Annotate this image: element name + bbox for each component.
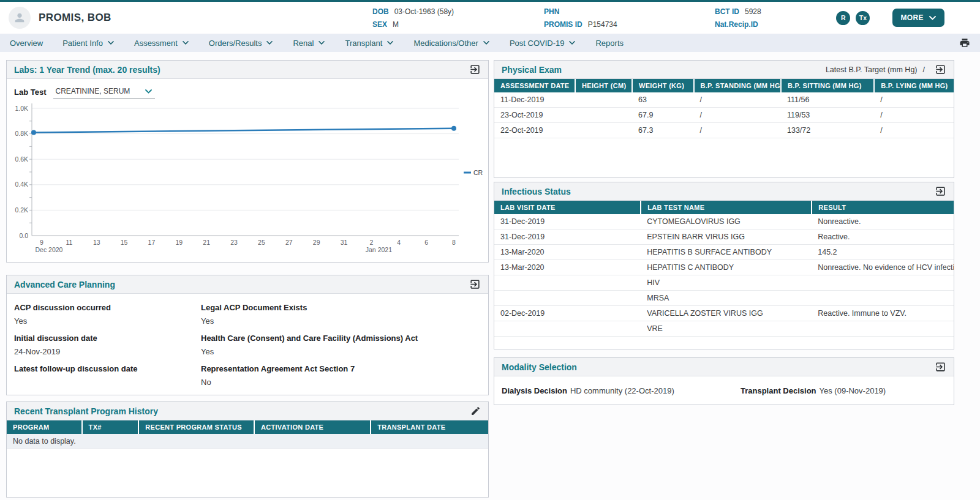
- column-header: B.P. SITTING (MM HG): [781, 79, 874, 92]
- table-cell: Reactive.: [812, 229, 954, 245]
- chevron-down-icon: [182, 40, 189, 45]
- svg-text:6: 6: [424, 239, 428, 246]
- chevron-down-icon: [929, 15, 937, 21]
- exit-to-app-icon[interactable]: [935, 64, 946, 75]
- transplant-badge[interactable]: Tx: [856, 11, 870, 25]
- table-cell: EPSTEIN BARR VIRUS IGG: [641, 229, 812, 245]
- table-cell: 11-Dec-2019: [494, 92, 575, 108]
- column-header: WEIGHT (KG): [632, 79, 694, 92]
- exit-to-app-icon[interactable]: [469, 278, 481, 290]
- table-cell: 13-Mar-2020: [494, 245, 641, 260]
- svg-text:31: 31: [341, 239, 348, 246]
- lab-test-selected-value: CREATININE, SERUM: [56, 87, 130, 95]
- chevron-down-icon: [386, 40, 394, 45]
- nav-item-reports[interactable]: Reports: [595, 39, 624, 48]
- table-cell: HEPATITIS B SURFACE ANTIBODY: [641, 245, 812, 260]
- column-header: PROGRAM: [7, 420, 82, 434]
- promis-id-label: PROMIS ID: [544, 20, 582, 29]
- lab-test-select[interactable]: CREATININE, SERUM: [53, 86, 155, 99]
- table-cell: VARICELLA ZOSTER VIRUS IGG: [641, 306, 812, 321]
- svg-text:25: 25: [258, 239, 265, 246]
- nat-recip-id-label: Nat.Recip.ID: [715, 20, 758, 29]
- nav-item-transplant[interactable]: Transplant: [345, 39, 394, 48]
- nav-item-overview[interactable]: Overview: [10, 39, 43, 48]
- recipient-badge[interactable]: R: [836, 11, 850, 25]
- chevron-down-icon: [318, 40, 325, 45]
- table-cell: [575, 108, 632, 123]
- acp-field: Health Care (Consent) and Care Facility …: [201, 334, 481, 356]
- table-cell: [575, 123, 632, 138]
- table-cell: 133/72: [781, 123, 874, 138]
- table-cell: HIV: [641, 275, 812, 291]
- sex-value: M: [393, 20, 399, 29]
- table-cell: Nonreactive. No evidence of HCV infectio…: [812, 260, 954, 275]
- demographics-col-3: BCT ID5928 Nat.Recip.ID: [715, 7, 764, 29]
- svg-text:9: 9: [40, 239, 43, 246]
- main-navigation: Overview Patient Info Assessment Orders/…: [0, 34, 980, 52]
- advanced-care-planning-panel: Advanced Care Planning ACP discussion oc…: [6, 275, 489, 395]
- physical-exam-title: Physical Exam: [502, 65, 562, 75]
- svg-text:15: 15: [121, 239, 128, 246]
- patient-header: PROMIS, BOB DOB03-Oct-1963 (58y) SEXM PH…: [0, 2, 980, 34]
- exit-to-app-icon[interactable]: [469, 64, 481, 75]
- nav-item-medications-other[interactable]: Medications/Other: [413, 39, 490, 48]
- svg-text:8: 8: [452, 239, 456, 246]
- table-row: No data to display.: [7, 434, 488, 449]
- print-icon[interactable]: [959, 37, 970, 50]
- acp-field: Legal ACP Document ExistsYes: [201, 303, 481, 326]
- table-cell: 31-Dec-2019: [494, 229, 641, 245]
- table-cell: 02-Dec-2019: [494, 306, 641, 321]
- table-cell: 31-Dec-2019: [494, 214, 641, 229]
- table-cell: /: [874, 92, 954, 108]
- acp-field: ACP discussion occurredYes: [14, 303, 201, 326]
- svg-text:29: 29: [313, 239, 320, 246]
- infectious-status-title: Infectious Status: [502, 187, 571, 196]
- edit-icon[interactable]: [470, 406, 481, 416]
- table-cell: Nonreactive.: [812, 214, 954, 229]
- bct-id-value: 5928: [745, 7, 761, 16]
- nav-item-assessment[interactable]: Assessment: [134, 39, 189, 48]
- more-button[interactable]: MORE: [892, 9, 944, 27]
- acp-panel-title: Advanced Care Planning: [14, 280, 115, 289]
- table-row: 31-Dec-2019CYTOMEGALOVIRUS IGGNonreactiv…: [494, 214, 954, 229]
- svg-text:Dec 2020: Dec 2020: [36, 246, 63, 253]
- column-header: TRANSPLANT DATE: [371, 420, 488, 434]
- acp-field: Latest follow-up discussion date: [14, 364, 201, 387]
- column-header: ASSESSMENT DATE: [494, 79, 575, 92]
- demographics-col-2: PHN PROMIS IDP154734: [544, 7, 617, 29]
- table-cell: [494, 291, 641, 306]
- svg-text:27: 27: [285, 239, 293, 246]
- nav-item-renal[interactable]: Renal: [293, 39, 325, 48]
- chevron-down-icon: [266, 40, 273, 45]
- phn-label: PHN: [544, 7, 559, 16]
- table-cell: [812, 275, 954, 291]
- table-cell: MRSA: [641, 291, 812, 306]
- svg-text:0.0: 0.0: [19, 232, 28, 239]
- column-header: B.P. STANDING (MM HG): [694, 79, 782, 92]
- table-cell: 22-Oct-2019: [494, 123, 575, 138]
- physical-exam-panel: Physical Exam Latest B.P. Target (mm Hg)…: [494, 60, 954, 178]
- table-cell: HEPATITIS C ANTIBODY: [641, 260, 812, 275]
- nav-item-patient-info[interactable]: Patient Info: [62, 39, 115, 48]
- modality-selection-title: Modality Selection: [502, 362, 577, 372]
- promis-id-value: P154734: [588, 20, 617, 29]
- infectious-status-table: LAB VISIT DATELAB TEST NAMERESULT31-Dec-…: [494, 201, 954, 337]
- nav-item-orders-results[interactable]: Orders/Results: [209, 39, 274, 48]
- labs-trend-panel: Labs: 1 Year Trend (max. 20 results) Lab…: [6, 60, 489, 263]
- svg-text:CR: CR: [473, 169, 483, 176]
- table-cell: /: [694, 108, 782, 123]
- exit-to-app-icon[interactable]: [935, 361, 946, 373]
- svg-text:0.4K: 0.4K: [15, 181, 28, 188]
- table-cell: 13-Mar-2020: [494, 260, 641, 275]
- table-cell: VRE: [641, 321, 812, 337]
- exit-to-app-icon[interactable]: [935, 185, 946, 197]
- table-cell: Reactive. Immune to VZV.: [812, 306, 954, 321]
- table-cell: 111/56: [781, 92, 874, 108]
- nav-item-post-covid-19[interactable]: Post COVID-19: [510, 39, 576, 48]
- column-header: TX#: [82, 420, 139, 434]
- table-cell: 63: [632, 92, 694, 108]
- more-button-label: MORE: [900, 13, 924, 22]
- lab-test-label: Lab Test: [14, 88, 47, 97]
- table-cell: [575, 92, 632, 108]
- column-header: LAB VISIT DATE: [494, 201, 641, 214]
